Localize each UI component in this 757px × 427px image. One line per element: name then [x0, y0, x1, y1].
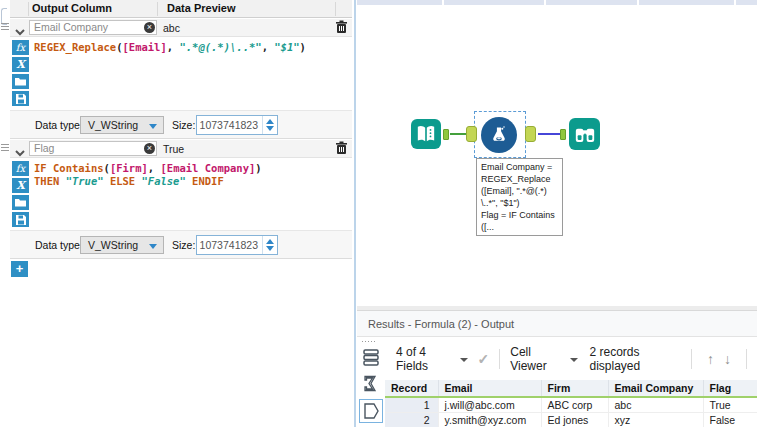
chevron-down-icon — [149, 124, 157, 129]
results-panel: Results - Formula (2) - Output 4 of 4 Fi… — [357, 306, 757, 427]
open-book-icon — [416, 125, 436, 143]
connection-green[interactable] — [450, 133, 466, 135]
functions-icon[interactable]: fx — [12, 161, 29, 176]
data-type-row-1: Data type: V_WString Size: 1073741823 — [10, 110, 352, 138]
expression-row-2: Flag × True — [10, 140, 352, 158]
table-cell[interactable]: ABC corp — [541, 397, 608, 412]
results-table-header: RecordEmailFirmEmail CompanyFlag — [385, 380, 757, 397]
table-cell[interactable]: Ed jones — [541, 412, 608, 427]
data-type-row-2: Data type: V_WString Size: 1073741823 — [10, 230, 352, 258]
variables-icon[interactable]: X — [12, 178, 29, 193]
metadata-view-icon[interactable] — [361, 373, 381, 393]
size-input[interactable]: 1073741823 — [196, 115, 278, 135]
results-table[interactable]: RecordEmailFirmEmail CompanyFlag 1j.will… — [385, 380, 757, 427]
workflow-canvas[interactable]: Email Company =REGEX_Replace([Email], ".… — [357, 0, 757, 306]
expression-editor-1[interactable]: fx X REGEX_Replace([Email], ".*@(.*)\..*… — [10, 37, 352, 110]
config-column-header: Output Column Data Preview — [10, 0, 352, 18]
table-row[interactable]: 2y.smith@xyz.comEd jonesxyzFalse — [385, 412, 757, 427]
rail-drag-handle[interactable] — [362, 341, 380, 343]
column-header[interactable]: Email Company — [608, 380, 703, 397]
table-cell[interactable]: True — [703, 397, 757, 412]
records-displayed-label: 2 records displayed — [590, 345, 682, 373]
data-preview-value: abc — [163, 22, 180, 34]
chevron-down-icon — [149, 244, 157, 249]
holistic-view-icon[interactable] — [359, 399, 383, 423]
add-expression-button[interactable]: + — [11, 261, 28, 277]
results-left-rail — [357, 337, 384, 427]
formula-code[interactable]: IF Contains([Firm], [Email Company])THEN… — [34, 162, 348, 188]
apply-check-icon[interactable]: ✓ — [478, 351, 490, 367]
results-table-body: 1j.will@abc.comABC corpabcTrue2y.smith@x… — [385, 397, 757, 427]
alteryx-designer-window: Output Column Data Preview Email Company… — [0, 0, 757, 427]
table-cell[interactable]: False — [703, 412, 757, 427]
save-expression-icon[interactable] — [12, 91, 29, 106]
output-column-input[interactable]: Flag — [29, 141, 157, 156]
table-cell[interactable]: 2 — [385, 412, 438, 427]
column-header[interactable]: Firm — [541, 380, 608, 397]
data-type-select[interactable]: V_WString — [80, 236, 164, 254]
browse-input-anchor[interactable] — [560, 129, 566, 140]
results-toolbar: 4 of 4 Fields ✓ Cell Viewer 2 records di… — [384, 337, 757, 380]
browse-tool[interactable] — [569, 118, 600, 150]
panel-splitter[interactable] — [354, 0, 356, 427]
table-cell[interactable]: j.will@abc.com — [438, 397, 541, 412]
formula-tool[interactable] — [481, 117, 517, 153]
functions-icon[interactable]: fx — [12, 40, 29, 55]
size-input[interactable]: 1073741823 — [196, 235, 278, 255]
canvas-top-strip — [357, 0, 757, 5]
formula-annotation: Email Company =REGEX_Replace([Email], ".… — [476, 158, 563, 236]
data-type-select[interactable]: V_WString — [80, 116, 164, 134]
up-arrow-icon[interactable]: ↑ — [707, 351, 714, 367]
input-tool-output-anchor[interactable] — [443, 129, 449, 140]
chevron-down-icon[interactable] — [14, 144, 26, 154]
table-cell[interactable]: xyz — [608, 412, 703, 427]
formula-output-anchor[interactable] — [525, 126, 536, 142]
connection-blue[interactable] — [538, 133, 560, 135]
delete-expression-icon[interactable] — [335, 20, 349, 35]
data-preview-header: Data Preview — [167, 2, 235, 14]
flask-icon — [489, 125, 509, 145]
open-expression-icon[interactable] — [12, 195, 29, 210]
column-header[interactable]: Flag — [703, 380, 757, 397]
clear-icon[interactable]: × — [144, 22, 155, 33]
clear-icon[interactable]: × — [144, 143, 155, 154]
save-expression-icon[interactable] — [12, 212, 29, 227]
size-stepper[interactable] — [262, 116, 277, 134]
expression-row-1: Email Company × abc — [10, 19, 352, 37]
table-cell[interactable]: y.smith@xyz.com — [438, 412, 541, 427]
size-stepper[interactable] — [262, 236, 277, 254]
size-label: Size: — [172, 239, 195, 251]
chevron-down-icon[interactable] — [460, 358, 468, 362]
table-cell[interactable]: 1 — [385, 397, 438, 412]
cell-viewer-dropdown[interactable]: Cell Viewer — [510, 345, 563, 373]
data-type-label: Data type: — [35, 119, 83, 131]
table-cell[interactable]: abc — [608, 397, 703, 412]
column-header[interactable]: Record — [385, 380, 438, 397]
input-data-tool[interactable] — [411, 119, 441, 149]
column-header[interactable]: Email — [438, 380, 541, 397]
delete-expression-icon[interactable] — [335, 141, 349, 156]
open-expression-icon[interactable] — [12, 74, 29, 89]
output-column-header: Output Column — [32, 2, 112, 14]
drag-handle-icon[interactable] — [1, 23, 9, 32]
down-arrow-icon[interactable]: ↓ — [724, 351, 731, 367]
binoculars-icon — [575, 126, 595, 143]
fields-dropdown[interactable]: 4 of 4 Fields — [396, 345, 454, 373]
results-title: Results - Formula (2) - Output — [357, 311, 757, 337]
drag-handle-icon[interactable] — [1, 144, 9, 153]
data-preview-value: True — [163, 143, 184, 155]
expression-editor-2[interactable]: fx X IF Contains([Firm], [Email Company]… — [10, 158, 352, 230]
formula-input-anchor[interactable] — [466, 126, 477, 142]
size-label: Size: — [172, 119, 195, 131]
table-view-icon[interactable] — [361, 347, 381, 367]
output-column-input[interactable]: Email Company — [29, 20, 157, 35]
variables-icon[interactable]: X — [12, 57, 29, 72]
data-type-label: Data type: — [35, 239, 83, 251]
formula-config-panel: Output Column Data Preview Email Company… — [0, 0, 352, 427]
formula-code[interactable]: REGEX_Replace([Email], ".*@(.*)\..*", "$… — [34, 41, 348, 54]
table-row[interactable]: 1j.will@abc.comABC corpabcTrue — [385, 397, 757, 412]
chevron-down-icon[interactable] — [570, 358, 578, 362]
chevron-down-icon[interactable] — [14, 23, 26, 33]
